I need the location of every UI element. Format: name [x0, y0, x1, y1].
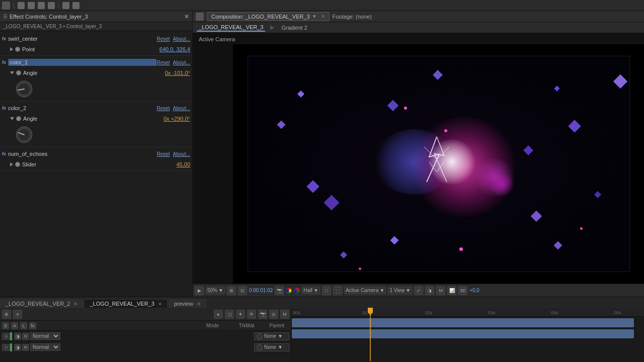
timeline-tab-close-preview[interactable]: ✕ [197, 301, 201, 307]
about-echoes[interactable]: About... [173, 151, 190, 157]
top-bar: | | [0, 0, 644, 11]
view-tab-gradient[interactable]: Gradient 2 [279, 24, 309, 31]
track-bar-1[interactable] [292, 318, 634, 327]
effect-row-color1[interactable]: fx color_1 Reset About... [0, 57, 192, 68]
tl-tool-1[interactable]: ⊕ [2, 310, 11, 319]
timeline-tab-v2[interactable]: _LOGO_REVEAL_VER_2 ✕ [0, 299, 83, 308]
reset-swirl-center[interactable]: Reset [156, 36, 170, 42]
track-bar-2[interactable] [292, 329, 634, 338]
view-dropdown[interactable]: Active Camera ▼ [344, 287, 386, 294]
panel-close-button[interactable]: ✕ [184, 13, 189, 20]
parent-none-1[interactable]: None ▼ [254, 332, 289, 340]
parent-none-2[interactable]: None ▼ [254, 343, 289, 351]
reset-color2[interactable]: Reset [156, 106, 170, 111]
effect-row-color2[interactable]: fx color_2 Reset About... [0, 103, 192, 114]
dial-color1[interactable] [15, 80, 33, 98]
timeline-left-panel: ⊕ ≡ ▸ ◻ ✦ ⟳ 📷 ◎ M S A L fx Mo [0, 308, 292, 361]
lightning-svg [404, 127, 469, 192]
param-name-angle2: Angle [23, 116, 164, 122]
timeline-tab-label-preview: preview [174, 301, 193, 307]
param-value-slider[interactable]: 45,00 [176, 161, 190, 167]
effect-row-echoes[interactable]: fx num_of_echoes Reset About... [0, 148, 192, 159]
track-area [292, 317, 644, 361]
dot-4 [459, 247, 463, 251]
quality-dropdown[interactable]: Half ▼ [302, 287, 320, 294]
param-value-angle2[interactable]: 0x +290,0° [164, 116, 190, 122]
comp-tab-main[interactable]: Composition: _LOGO_REVEAL_VER_3 ▼ ✕ [207, 12, 330, 21]
tl-tool-4[interactable]: ◻ [225, 310, 234, 319]
dot-5 [580, 227, 583, 230]
region-icon[interactable]: □ [322, 286, 331, 295]
safe-margins-icon[interactable]: ⊡ [238, 286, 247, 295]
effects-1[interactable]: fx [22, 333, 29, 340]
zoom-dropdown[interactable]: 50% ▼ [206, 287, 225, 294]
timeline-tab-preview[interactable]: preview ✕ [169, 299, 206, 308]
audio-icon[interactable]: A [11, 322, 18, 329]
folder-icon[interactable] [28, 2, 35, 9]
grid-icon[interactable]: ⊞ [227, 286, 236, 295]
tl-tool-5[interactable]: ✦ [236, 310, 245, 319]
tl-tool-8[interactable]: ◎ [269, 310, 278, 319]
fit-icon[interactable]: ⤢ [414, 286, 423, 295]
settings-icon[interactable] [72, 2, 79, 9]
reset-echoes[interactable]: Reset [156, 151, 170, 157]
layer-row-1[interactable]: ◎ ◑ fx Normal None ▼ [0, 331, 291, 342]
render-icon[interactable] [62, 2, 69, 9]
about-color2[interactable]: About... [173, 106, 190, 111]
layer-row-2[interactable]: ◎ ◑ fx Normal None ▼ [0, 342, 291, 353]
solo-icon[interactable]: S [2, 322, 9, 329]
preview-icon[interactable]: ▶ [195, 286, 204, 295]
comp-tab-dropdown[interactable]: ▼ [312, 14, 317, 19]
tl-tool-2[interactable]: ≡ [13, 310, 22, 319]
time-display[interactable]: 0:00:01:02 [249, 288, 273, 293]
layer-mode-select-2[interactable]: Normal [30, 343, 60, 351]
about-swirl-center[interactable]: About... [173, 36, 190, 42]
checkerboard-icon[interactable] [333, 286, 342, 295]
view-tab-logo-reveal[interactable]: _LOGO_REVEAL_VER_3 [197, 24, 265, 32]
close-icon[interactable] [48, 2, 55, 9]
collapse-icon-color2[interactable] [10, 117, 14, 120]
file-icon[interactable] [18, 2, 25, 9]
label-icon[interactable]: L [20, 322, 27, 329]
timeline-tab-label-v3: _LOGO_REVEAL_VER_3 [90, 301, 154, 307]
tl-tool-9[interactable]: M [280, 310, 289, 319]
param-value-point[interactable]: 640,0, 326,4 [159, 46, 190, 52]
reset-color1[interactable]: Reset [156, 60, 170, 65]
tick-02s: 02s [425, 310, 433, 315]
color-icon[interactable] [286, 288, 292, 294]
timeline-tabs: _LOGO_REVEAL_VER_2 ✕ _LOGO_REVEAL_VER_3 … [0, 297, 644, 308]
layout-dropdown[interactable]: 1 View ▼ [388, 287, 412, 294]
tl-tool-6[interactable]: ⟳ [247, 310, 256, 319]
snapshot-icon[interactable]: 📷 [275, 286, 284, 295]
exposure-icon[interactable]: ◑ [425, 286, 434, 295]
layer-rows: ◎ ◑ fx Normal None ▼ [0, 331, 291, 361]
layer-eye-2[interactable]: ◎ [2, 344, 10, 351]
tl-tool-3[interactable]: ▸ [214, 310, 223, 319]
effect-row-swirl-center[interactable]: fx swirl_center Reset About... [0, 33, 192, 44]
channels-icon[interactable] [294, 288, 300, 294]
layer-mode-select-1[interactable]: Normal [30, 332, 60, 340]
scissors-icon[interactable] [38, 2, 45, 9]
timeline-tab-v3[interactable]: _LOGO_REVEAL_VER_3 ✕ [84, 299, 167, 308]
effect-group-echoes: fx num_of_echoes Reset About... Slider 4… [0, 147, 192, 171]
panel-menu-icon[interactable]: ☰ [3, 14, 8, 19]
comp-tab-close[interactable]: ✕ [321, 14, 325, 19]
tick-00s: 00s [293, 310, 300, 315]
dial-color2[interactable] [15, 126, 33, 144]
timeline-tab-close-v2[interactable]: ✕ [73, 301, 77, 307]
graph-icon[interactable]: 📊 [447, 286, 456, 295]
timeline-tab-close-v3[interactable]: ✕ [158, 301, 162, 307]
collapse-icon-color1[interactable] [10, 71, 14, 74]
app-icon [2, 2, 10, 10]
layer-eye-1[interactable]: ◎ [2, 333, 10, 340]
param-value-angle1[interactable]: 0x -101,0° [165, 70, 190, 76]
tl-tool-7[interactable]: 📷 [258, 310, 267, 319]
about-color1[interactable]: About... [173, 60, 190, 65]
effects-2[interactable]: fx [22, 344, 29, 351]
mask-icon[interactable]: M [436, 286, 445, 295]
playhead-line[interactable] [370, 308, 371, 316]
fx-col-icon[interactable]: fx [29, 322, 36, 329]
3d-icon[interactable]: 3D [458, 286, 467, 295]
motion-blur-2[interactable]: ◑ [14, 344, 21, 351]
motion-blur-1[interactable]: ◑ [14, 333, 21, 340]
